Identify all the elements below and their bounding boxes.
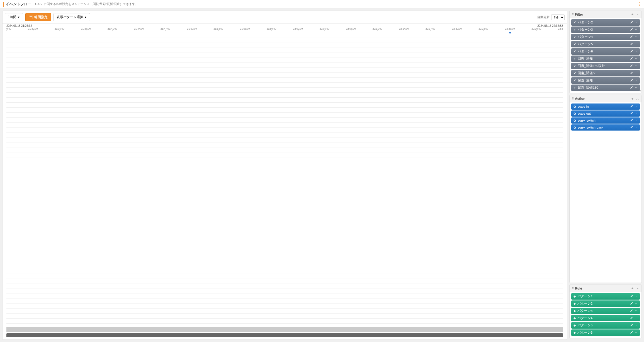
collapse-filter-icon[interactable]: ︿	[636, 12, 639, 16]
chevron-down-icon[interactable]: ﹀	[635, 119, 638, 122]
filter-item[interactable]: ✔回復_閾値50﹀	[571, 70, 640, 76]
chevron-down-icon[interactable]: ﹀	[635, 86, 638, 90]
item-label: scale-in	[578, 105, 628, 108]
rule-item[interactable]: ◆パターン1﹀	[571, 293, 640, 300]
timeline-minimap[interactable]	[6, 327, 563, 332]
edit-icon[interactable]	[630, 35, 633, 39]
rule-item[interactable]: ◆パターン2﹀	[571, 300, 640, 307]
edit-icon[interactable]	[630, 331, 633, 335]
range-select-button[interactable]: 範囲指定	[25, 13, 51, 21]
display-pattern-dropdown[interactable]: 表示パターン選択 ▼	[54, 13, 90, 21]
edit-icon[interactable]	[630, 119, 633, 122]
horizontal-scrollbar[interactable]	[6, 333, 563, 337]
action-item[interactable]: ✿scale-in﹀	[571, 103, 640, 110]
action-item[interactable]: ✿sorry_switch-back﹀	[571, 124, 640, 131]
rule-item[interactable]: ◆パターン6﹀	[571, 329, 640, 336]
chevron-down-icon[interactable]: ﹀	[635, 42, 638, 46]
filter-item[interactable]: ✔パターン4﹀	[571, 34, 640, 40]
edit-icon[interactable]	[630, 50, 633, 54]
chevron-down-icon[interactable]: ﹀	[635, 309, 638, 313]
diamond-icon: ◆	[573, 295, 576, 298]
check-icon: ✔	[573, 79, 576, 82]
gear-icon: ✿	[573, 105, 576, 109]
gear-icon: ✿	[573, 112, 576, 115]
item-label: パターン5	[578, 42, 628, 46]
filter-item[interactable]: ✔パターン5﹀	[571, 41, 640, 47]
action-item[interactable]: ✿scale-out﹀	[571, 110, 640, 117]
chevron-down-icon[interactable]: ﹀	[635, 126, 638, 129]
chevron-down-icon[interactable]: ﹀	[635, 79, 638, 83]
edit-icon[interactable]	[630, 71, 633, 75]
rule-item[interactable]: ◆パターン4﹀	[571, 315, 640, 321]
edit-icon[interactable]	[630, 324, 633, 327]
edit-icon[interactable]	[630, 57, 633, 61]
edit-icon[interactable]	[630, 126, 633, 129]
add-filter-icon[interactable]: ＋	[631, 12, 634, 16]
chevron-down-icon[interactable]: ﹀	[635, 295, 638, 298]
edit-icon[interactable]	[630, 79, 633, 83]
filter-item[interactable]: ✔超過_閾値150﹀	[571, 85, 640, 91]
action-panel: ⠿ Action ＋ ︿ ✿scale-in﹀✿scale-out﹀✿sorry…	[569, 95, 642, 283]
rule-panel-header: ⠿ Rule ＋ ︿	[570, 285, 641, 292]
ruler-tick: 21:32:00	[28, 27, 38, 30]
chevron-down-icon[interactable]: ﹀	[635, 331, 638, 335]
edit-icon[interactable]	[630, 42, 633, 46]
action-item[interactable]: ✿sorry_switch﹀	[571, 117, 640, 124]
chevron-down-icon[interactable]: ﹀	[635, 302, 638, 306]
rule-panel-title: Rule	[575, 286, 582, 290]
edit-icon[interactable]	[630, 28, 633, 32]
filter-list: ✔パターン2﹀✔パターン3﹀✔パターン4﹀✔パターン5﹀✔パターン6﹀✔回復_通…	[570, 18, 641, 93]
filter-item[interactable]: ✔回復_通知﹀	[571, 56, 640, 62]
chevron-down-icon[interactable]: ﹀	[635, 316, 638, 320]
filter-item[interactable]: ✔回復_閾値150以外﹀	[571, 63, 640, 69]
rule-item[interactable]: ◆パターン5﹀	[571, 322, 640, 329]
edit-icon[interactable]	[630, 295, 633, 298]
add-action-icon[interactable]: ＋	[631, 97, 634, 101]
chevron-down-icon[interactable]: ﹀	[635, 64, 638, 68]
item-label: パターン3	[578, 28, 628, 32]
time-range-dropdown[interactable]: 1時間 ▼	[5, 13, 23, 21]
chevron-down-icon[interactable]: ﹀	[635, 35, 638, 39]
ruler-tick: 21:29:00	[6, 27, 11, 30]
filter-item[interactable]: ✔パターン2﹀	[571, 19, 640, 26]
chevron-down-icon[interactable]: ﹀	[635, 324, 638, 327]
edit-icon[interactable]	[630, 309, 633, 313]
auto-refresh-select[interactable]: 1秒	[551, 15, 565, 20]
add-rule-icon[interactable]: ＋	[631, 286, 634, 290]
chevron-down-icon[interactable]: ﹀	[635, 112, 638, 115]
chevron-down-icon[interactable]: ﹀	[635, 50, 638, 54]
edit-icon[interactable]	[630, 316, 633, 320]
chevron-down-icon[interactable]: ﹀	[635, 105, 638, 109]
diamond-icon: ◆	[573, 302, 576, 305]
rule-item[interactable]: ◆パターン3﹀	[571, 308, 640, 314]
more-menu-icon[interactable]: ⋮	[637, 1, 641, 7]
chevron-down-icon[interactable]: ﹀	[635, 28, 638, 32]
timeline-body[interactable]	[6, 32, 563, 327]
action-panel-header: ⠿ Action ＋ ︿	[570, 95, 641, 102]
edit-icon[interactable]	[630, 302, 633, 306]
edit-icon[interactable]	[630, 86, 633, 90]
chevron-down-icon[interactable]: ﹀	[635, 21, 638, 25]
diamond-icon: ◆	[573, 331, 576, 334]
filter-item[interactable]: ✔パターン6﹀	[571, 48, 640, 55]
edit-icon[interactable]	[630, 112, 633, 115]
filter-item[interactable]: ✔超過_通知﹀	[571, 77, 640, 84]
edit-icon[interactable]	[630, 21, 633, 25]
item-label: パターン3	[577, 309, 628, 313]
edit-icon[interactable]	[630, 64, 633, 68]
edit-icon[interactable]	[630, 105, 633, 109]
chevron-down-icon[interactable]: ﹀	[635, 71, 638, 75]
timeline-end-time: 2024/06/18 22:32:32	[537, 24, 563, 27]
check-icon: ✔	[573, 64, 576, 68]
chevron-down-icon[interactable]: ﹀	[635, 57, 638, 61]
diamond-icon: ◆	[573, 324, 576, 327]
ruler-tick: 21:41:00	[108, 27, 117, 30]
time-range-label: 1時間	[8, 15, 16, 20]
filter-item[interactable]: ✔パターン3﹀	[571, 27, 640, 33]
item-label: 回復_通知	[578, 57, 628, 61]
collapse-action-icon[interactable]: ︿	[636, 97, 639, 101]
collapse-rule-icon[interactable]: ︿	[636, 286, 639, 290]
display-pattern-label: 表示パターン選択	[57, 15, 83, 20]
minimap-thumb[interactable]	[7, 327, 563, 332]
grip-icon: ⠿	[572, 13, 573, 16]
